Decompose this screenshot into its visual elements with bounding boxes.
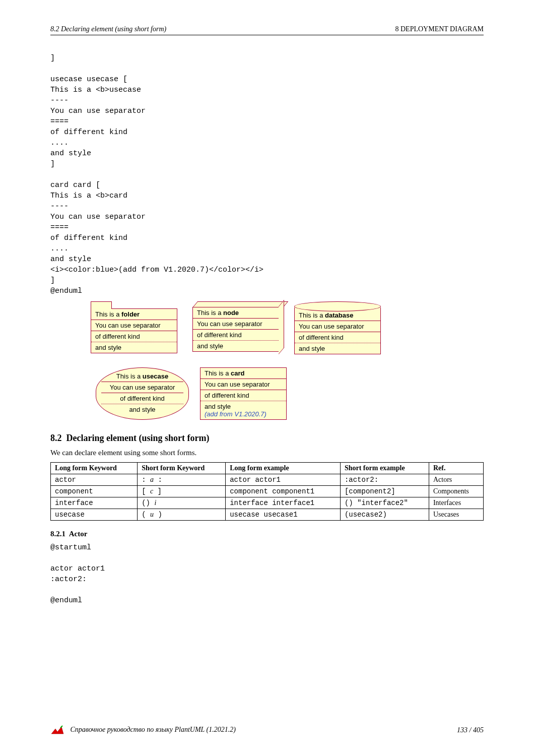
node-side-icon [279, 300, 284, 354]
diagram-row-1: This is a folder You can use separator o… [50, 301, 484, 354]
card-shape: This is a card You can use separator of … [200, 367, 287, 420]
card-add-note: (add from V1.2020.7) [205, 410, 266, 418]
table-cell: actor actor1 [226, 474, 341, 486]
node-top-icon [193, 301, 288, 307]
table-cell: usecase usecase1 [226, 509, 341, 521]
table-header: Short form example [340, 463, 429, 474]
table-cell: interface [51, 497, 138, 509]
section-heading: 8.2 Declaring element (using short form) [50, 433, 484, 444]
table-cell: Actors [429, 474, 483, 486]
table-cell: Interfaces [429, 497, 483, 509]
plantuml-logo-icon [50, 725, 64, 736]
table-cell: ( u ) [138, 509, 226, 521]
subsection-heading: 8.2.1 Actor [50, 530, 484, 538]
diagram-row-2: This is a usecase You can use separator … [50, 367, 484, 420]
table-cell: component component1 [226, 486, 341, 497]
table-header: Ref. [429, 463, 483, 474]
table-header: Long form example [226, 463, 341, 474]
table-cell: actor [51, 474, 138, 486]
table-cell: Components [429, 486, 483, 497]
footer-text: Справочное руководство по языку PlantUML… [71, 726, 236, 733]
table-row: actor: a :actor actor1:actor2:Actors [51, 474, 484, 486]
header-right: 8 DEPLOYMENT DIAGRAM [395, 25, 484, 33]
footer-page: 133 / 405 [457, 726, 484, 734]
table-cell: component [51, 486, 138, 497]
page-header: 8.2 Declaring element (using short form)… [50, 25, 484, 35]
header-left: 8.2 Declaring element (using short form) [50, 25, 166, 33]
page: 8.2 Declaring element (using short form)… [0, 0, 534, 756]
table-cell: () i [138, 497, 226, 509]
table-cell: usecase [51, 509, 138, 521]
table-row: component[ c ]component component1[compo… [51, 486, 484, 497]
table-row: usecase( u )usecase usecase1(usecase2)Us… [51, 509, 484, 521]
database-top-icon [294, 301, 381, 311]
table-cell: () "interface2" [340, 497, 429, 509]
table-header: Short form Keyword [138, 463, 226, 474]
code-block-actor: @startuml actor actor1 :actor2: @enduml [50, 542, 484, 606]
folder-shape: This is a folder You can use separator o… [91, 301, 177, 354]
table-header: Long form Keyword [51, 463, 138, 474]
code-block-main: ] usecase usecase [ This is a <b>usecase… [50, 53, 484, 296]
short-form-table: Long form KeywordShort form KeywordLong … [50, 462, 484, 521]
table-cell: [ c ] [138, 486, 226, 497]
table-row: interface() iinterface interface1() "int… [51, 497, 484, 509]
table-cell: interface interface1 [226, 497, 341, 509]
folder-tab-icon [91, 301, 112, 309]
table-cell: : a : [138, 474, 226, 486]
table-cell: Usecases [429, 509, 483, 521]
table-cell: :actor2: [340, 474, 429, 486]
page-footer: Справочное руководство по языку PlantUML… [50, 725, 484, 736]
usecase-shape: This is a usecase You can use separator … [96, 367, 189, 420]
section-intro: We can declare element using some short … [50, 449, 484, 457]
diagrams-container: This is a folder You can use separator o… [50, 301, 484, 420]
database-shape: This is a database You can use separator… [294, 301, 381, 354]
table-cell: [component2] [340, 486, 429, 497]
node-shape: This is a node You can use separator of … [192, 301, 279, 354]
table-cell: (usecase2) [340, 509, 429, 521]
